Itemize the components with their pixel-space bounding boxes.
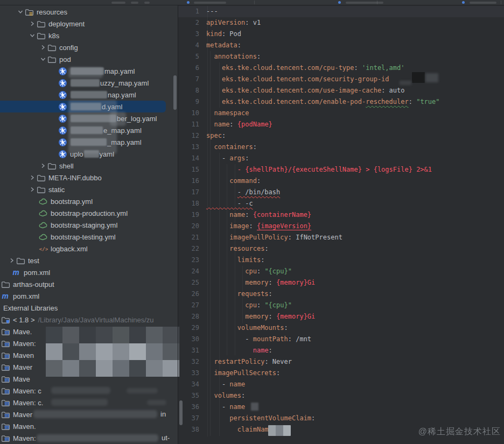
tree-item-external-libraries[interactable]: External Libraries [0, 302, 181, 314]
code-line-4[interactable]: 4metadata: [178, 40, 504, 51]
code-line-22[interactable]: 22 resources: [178, 243, 504, 255]
code-line-28[interactable]: 28 memory: {memory}Gi [178, 311, 504, 322]
chevron-right-icon[interactable] [39, 161, 47, 170]
code-line-29[interactable]: 29 volumeMounts: [178, 322, 504, 334]
folder-icon [37, 185, 46, 194]
tree-item--1.8-[interactable]: < 1.8 >/Library/Java/JavaVirtualMachines… [0, 314, 179, 326]
code-line-13[interactable]: 13 containers: [178, 142, 504, 153]
redaction-blur [33, 410, 157, 418]
tree-item-label-fragment: ut- [162, 434, 170, 442]
tree-item-static[interactable]: static [0, 184, 206, 195]
chevron-right-icon[interactable] [28, 185, 37, 194]
tree-item-resources[interactable]: resources [0, 6, 194, 18]
tree-item-test[interactable]: test [0, 255, 185, 266]
panel-divider[interactable] [178, 0, 178, 444]
k8s-tab-icon [187, 1, 190, 4]
tree-item-pom.xml[interactable]: mpom.xml [0, 290, 179, 302]
chevron-right-icon[interactable] [8, 256, 16, 265]
chevron-right-icon[interactable] [28, 19, 37, 28]
code-line-3[interactable]: 3kind: Pod [178, 29, 504, 40]
code-line-34[interactable]: 34 - name [178, 379, 504, 390]
code-line-27[interactable]: 27 cpu: "{cpu}" [178, 300, 504, 311]
code-line-30[interactable]: 30 - mountPath: /mnt [178, 334, 504, 345]
code-line-11[interactable]: 11 name: {podName} [178, 119, 504, 130]
code-text: command: [206, 175, 261, 187]
code-text: cpu: "{cpu}" [206, 266, 292, 277]
tree-item-pom.xml[interactable]: mpom.xml [0, 266, 190, 278]
redaction-blur-small [251, 403, 258, 411]
code-text: - -c [206, 198, 253, 209]
tree-item-label: nap.yaml [108, 91, 136, 99]
code-line-5[interactable]: 5 annotations: [178, 51, 504, 62]
code-line-19[interactable]: 19 name: {containerName} [178, 209, 504, 221]
line-number: 1 [178, 6, 206, 17]
code-line-36[interactable]: 36 - name [178, 401, 504, 413]
tree-item-deployment[interactable]: deployment [0, 18, 206, 30]
tree-item-arthas-output[interactable]: arthas-output [0, 278, 179, 290]
tree-item-label: static [48, 186, 65, 194]
k8s-icon [58, 67, 67, 76]
code-line-32[interactable]: 32 restartPolicy: Never [178, 356, 504, 368]
code-text: memory: {memory}Gi [206, 311, 315, 322]
code-line-16[interactable]: 16 command: [178, 175, 504, 187]
lib-icon [1, 422, 10, 431]
code-line-31[interactable]: 31 name: [178, 345, 504, 356]
mosaic-cell [46, 327, 62, 343]
code-text: --- [206, 6, 218, 17]
line-number: 8 [178, 85, 206, 96]
code-line-2[interactable]: 2apiVersion: v1 [178, 17, 504, 29]
code-text: restartPolicy: Never [206, 356, 292, 368]
code-line-9[interactable]: 9 eks.tke.cloud.tencent.com/enable-pod-r… [178, 96, 504, 108]
code-line-20[interactable]: 20 image: {imageVersion} [178, 221, 504, 232]
tree-item-label: < 1.8 > [13, 316, 34, 324]
code-line-37[interactable]: 37 persistentVolumeClaim: [178, 413, 504, 424]
code-text: - name [206, 401, 245, 413]
code-line-25[interactable]: 25 memory: {memory}Gi [178, 277, 504, 288]
editor-tab-strip[interactable] [0, 0, 504, 5]
code-line-21[interactable]: 21 imagePullPolicy: IfNotPresent [178, 232, 504, 243]
code-line-26[interactable]: 26 requests: [178, 288, 504, 300]
code-line-23[interactable]: 23 limits: [178, 255, 504, 266]
tree-item-k8s[interactable]: k8s [0, 30, 206, 41]
code-line-12[interactable]: 12spec: [178, 130, 504, 142]
code-line-6[interactable]: 6 eks.tke.cloud.tencent.com/cpu-type: 'i… [178, 62, 504, 74]
yml-icon [39, 209, 48, 218]
mosaic-cell [79, 327, 96, 343]
blurred-text [71, 79, 100, 87]
tree-item-label: Maver [13, 363, 32, 371]
code-line-33[interactable]: 33 imagePullSecrets: [178, 368, 504, 379]
line-number: 21 [178, 232, 206, 243]
code-text: - args: [206, 153, 249, 164]
chevron-right-icon[interactable] [28, 173, 37, 182]
tree-item-label: Maven: c. [13, 399, 43, 407]
tree-item-meta-inf.dubbo[interactable]: META-INF.dubbo [0, 172, 206, 184]
code-line-1[interactable]: 1--- [178, 6, 504, 17]
code-text: metadata: [206, 40, 241, 51]
code-line-35[interactable]: 35 volumes: [178, 390, 504, 401]
tree-item-maven.[interactable]: Maven. [0, 420, 179, 432]
redaction-smudge [400, 81, 411, 85]
code-line-18[interactable]: 18 - -c [178, 198, 504, 209]
code-line-8[interactable]: 8 eks.tke.cloud.tencent.com/use-image-ca… [178, 85, 504, 96]
mosaic-cell [96, 360, 113, 377]
code-line-14[interactable]: 14 - args: [178, 153, 504, 164]
folder-icon [37, 19, 46, 29]
mosaic-cell [46, 360, 62, 377]
code-line-17[interactable]: 17 - /bin/bash [178, 187, 504, 198]
code-area[interactable]: 1---2apiVersion: v13kind: Pod4metadata:5… [178, 6, 504, 435]
lib-icon [1, 339, 10, 348]
chevron-right-icon[interactable] [39, 43, 47, 52]
chevron-down-icon[interactable] [16, 8, 25, 16]
chevron-down-icon[interactable] [39, 55, 47, 64]
tree-item-label: Maven: c [13, 387, 41, 395]
code-line-7[interactable]: 7 eks.tke.cloud.tencent.com/security-gro… [178, 74, 504, 85]
code-text: apiVersion: v1 [206, 17, 261, 29]
tree-scrollbar[interactable] [173, 75, 177, 110]
code-line-10[interactable]: 10 namespace [178, 108, 504, 119]
line-number: 35 [178, 390, 206, 401]
tab-title-fragment [131, 2, 138, 4]
line-number: 33 [178, 368, 206, 379]
chevron-down-icon[interactable] [28, 31, 37, 40]
code-line-24[interactable]: 24 cpu: "{cpu}" [178, 266, 504, 277]
code-line-15[interactable]: 15 - {shellPath}/{executeShellName} > {l… [178, 164, 504, 175]
